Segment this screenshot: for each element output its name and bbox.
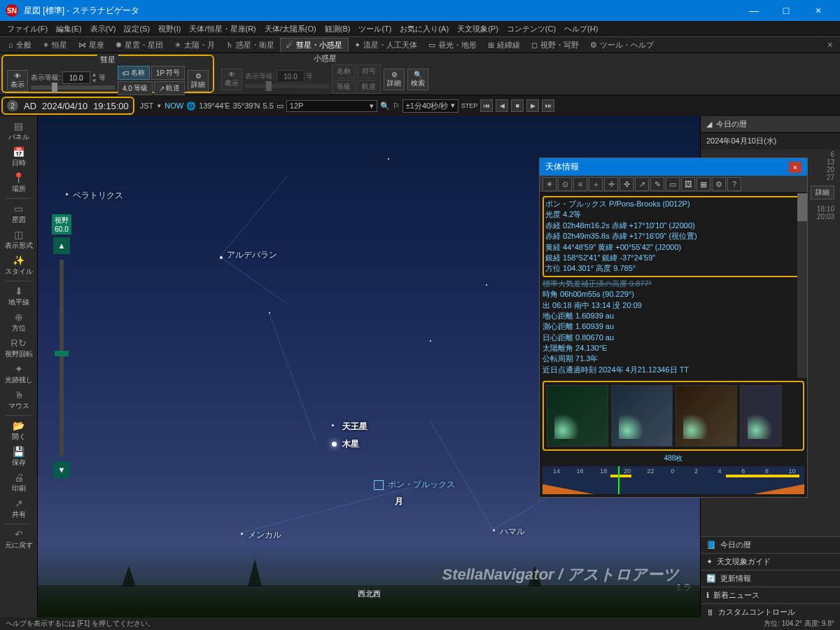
menu-view[interactable]: 表示(V) [86, 22, 120, 36]
oi-target-icon[interactable]: ⊙ [558, 177, 572, 191]
visibility-timeline[interactable]: 14 16 18 20 22 0 2 4 6 8 10 [542, 466, 804, 494]
object-select[interactable]: 12P ▾ [286, 100, 377, 112]
oi-pencil-icon[interactable]: ✎ [650, 177, 664, 191]
menu-tools[interactable]: ツール(T) [354, 22, 396, 36]
tab-stars[interactable]: ✶恒星 [37, 38, 73, 52]
lt-mouse[interactable]: 🖱マウス [4, 388, 34, 412]
menu-contents[interactable]: コンテンツ(C) [503, 22, 560, 36]
play-forward-button[interactable]: ▶ [526, 99, 539, 112]
longitude[interactable]: 139°44'E [199, 102, 230, 110]
lt-datetime[interactable]: 📅日時 [4, 145, 34, 169]
object-info-window[interactable]: 天体情報 × ☀ ⊙ ≡ ＋ ✛ ✜ ↗ ✎ ▭ 🖼 ▦ ⚙ ? ポン・ブルック… [539, 158, 808, 498]
menu-edit[interactable]: 編集(E) [52, 22, 86, 36]
tab-general[interactable]: ⌂全般 [3, 38, 37, 52]
thumbnail[interactable] [676, 385, 737, 447]
menu-solar[interactable]: 天体/太陽系(O) [260, 22, 321, 36]
timezone-label[interactable]: JST [140, 102, 154, 110]
almanac-detail-button[interactable]: 詳細 [811, 186, 834, 200]
object-info-scrollbar[interactable] [797, 193, 807, 378]
time-value[interactable]: 19:15:00 [93, 101, 129, 111]
object-info-titlebar[interactable]: 天体情報 × [540, 158, 807, 176]
tab-grid[interactable]: ⊞経緯線 [482, 38, 526, 52]
asteroid-search-button[interactable]: 🔍検索 [407, 69, 428, 90]
time-display[interactable]: 2 AD 2024/04/10 19:15:00 [1, 97, 134, 115]
tab-toolshelp[interactable]: ⚙ツール・ヘルプ [584, 38, 659, 52]
tab-nebulae[interactable]: ✺星雲・星団 [110, 38, 169, 52]
lt-print[interactable]: 🖨印刷 [4, 470, 34, 495]
tab-planets[interactable]: ♄惑星・衛星 [220, 38, 280, 52]
asteroid-maglvl-button[interactable]: 等級 [332, 80, 356, 94]
minimize-button[interactable]: — [738, 0, 770, 21]
oi-arrow-icon[interactable]: ↗ [635, 177, 649, 191]
asteroid-detail-button[interactable]: ⚙詳細 [384, 69, 405, 90]
comet-code-button[interactable]: 1P符号 [151, 66, 185, 80]
almanac-header[interactable]: ◢今日の暦 [701, 116, 840, 133]
lt-azimuth[interactable]: ⊕方位 [4, 310, 34, 335]
oi-plus-icon[interactable]: ＋ [589, 177, 603, 191]
skip-forward-button[interactable]: ⏭ [542, 99, 554, 112]
oi-gear-icon[interactable]: ⚙ [712, 177, 726, 191]
lt-style[interactable]: ✨スタイル [4, 253, 34, 278]
lt-rotation[interactable]: R↻視野回転 [4, 336, 34, 360]
lt-trails[interactable]: ✦光跡残し [4, 362, 34, 386]
comet-orbit-button[interactable]: ↗軌道 [154, 81, 185, 95]
zoom-out-button[interactable]: ▼ [53, 461, 70, 478]
menu-file[interactable]: ファイル(F) [3, 22, 52, 36]
timestep-select[interactable]: ±1分40秒/秒 ▾ [402, 99, 458, 113]
link-updates[interactable]: 🔄更新情報 [701, 570, 840, 587]
close-button[interactable]: × [802, 0, 834, 21]
lt-panel[interactable]: ▤パネル [4, 119, 34, 144]
menu-observe[interactable]: 観測(B) [321, 22, 355, 36]
spinner-icon[interactable]: ▲▼ [92, 71, 97, 84]
oi-help-icon[interactable]: ? [727, 177, 741, 191]
asteroid-orbit-button[interactable]: 軌道 [357, 80, 381, 94]
comet-mag-input[interactable] [62, 71, 90, 84]
oi-list-icon[interactable]: ≡ [573, 177, 587, 191]
search-icon[interactable]: 🔍 [380, 102, 390, 111]
lt-horizon[interactable]: ⬇地平線 [4, 284, 34, 309]
lt-location[interactable]: 📍場所 [4, 171, 34, 195]
tab-daylight[interactable]: ▭昼光・地形 [423, 38, 482, 52]
menu-stars[interactable]: 天体/恒星・星座(R) [185, 22, 260, 36]
menu-fav[interactable]: お気に入り(A) [396, 22, 453, 36]
comet-marker[interactable] [374, 480, 384, 490]
skip-back-button[interactable]: ⏮ [480, 99, 493, 112]
comet-maglvl-button[interactable]: 4.0等級 [118, 81, 153, 95]
close-tabs-button[interactable]: × [823, 39, 837, 50]
oi-frame-icon[interactable]: ▭ [666, 177, 680, 191]
link-almanac[interactable]: 📘今日の暦 [701, 536, 840, 553]
lt-open[interactable]: 📂開く [4, 419, 34, 443]
thumbnail[interactable] [740, 385, 782, 447]
lt-undo[interactable]: ↶元に戻す [4, 527, 34, 552]
tab-fov[interactable]: ◻視野・写野 [526, 38, 584, 52]
time-cursor[interactable] [618, 466, 620, 494]
oi-cross-icon[interactable]: ✛ [604, 177, 618, 191]
stop-button[interactable]: ■ [511, 99, 524, 112]
step-icon[interactable]: STEP [461, 102, 478, 109]
asteroid-mag-slider[interactable] [245, 84, 329, 88]
maximize-button[interactable]: □ [770, 0, 802, 21]
oi-sun-icon[interactable]: ☀ [542, 177, 556, 191]
comet-mag-slider[interactable] [31, 85, 115, 90]
link-events[interactable]: ✦天文現象ガイド [701, 553, 840, 570]
oi-grid-icon[interactable]: ▦ [696, 177, 710, 191]
comet-detail-button[interactable]: ⚙詳細 [188, 70, 209, 92]
asteroid-show-button[interactable]: 👁表示 [221, 69, 242, 90]
lt-chart[interactable]: ▭星図 [4, 202, 34, 226]
menu-fov[interactable]: 視野(I) [154, 22, 185, 36]
thumbnail[interactable] [547, 385, 608, 447]
comet-show-button[interactable]: 👁表示 [7, 70, 28, 92]
date-value[interactable]: 2024/04/10 [42, 101, 88, 111]
tab-meteors[interactable]: ✦流星・人工天体 [349, 38, 423, 52]
latitude[interactable]: 35°39'N [233, 102, 260, 110]
zoom-in-button[interactable]: ▲ [53, 237, 70, 254]
tab-comets[interactable]: ☄彗星・小惑星 [280, 38, 349, 52]
thumbnail[interactable] [611, 385, 673, 447]
lt-displaymode[interactable]: ◫表示形式 [4, 227, 34, 252]
tab-sunmoon[interactable]: ☀太陽・月 [169, 38, 220, 52]
menu-help[interactable]: ヘルプ(H) [560, 22, 602, 36]
menu-settings[interactable]: 設定(S) [120, 22, 154, 36]
play-back-button[interactable]: ◀ [496, 99, 508, 112]
bookmark-icon[interactable]: ⚐ [393, 102, 400, 111]
asteroid-name-button[interactable]: 名称 [332, 64, 356, 78]
